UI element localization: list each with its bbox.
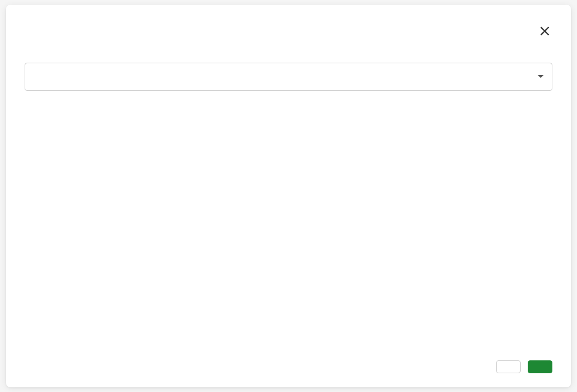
cancel-button[interactable]	[496, 360, 521, 373]
manage-columns-section	[25, 107, 552, 113]
configure-view-modal	[6, 5, 571, 387]
modal-footer	[25, 360, 552, 373]
modal-header	[25, 23, 552, 40]
column-select-wrapper	[25, 63, 552, 91]
column-select[interactable]	[25, 63, 552, 91]
close-icon	[539, 26, 550, 38]
apply-button[interactable]	[528, 360, 552, 373]
close-button[interactable]	[537, 23, 552, 40]
add-columns-section	[25, 57, 552, 107]
